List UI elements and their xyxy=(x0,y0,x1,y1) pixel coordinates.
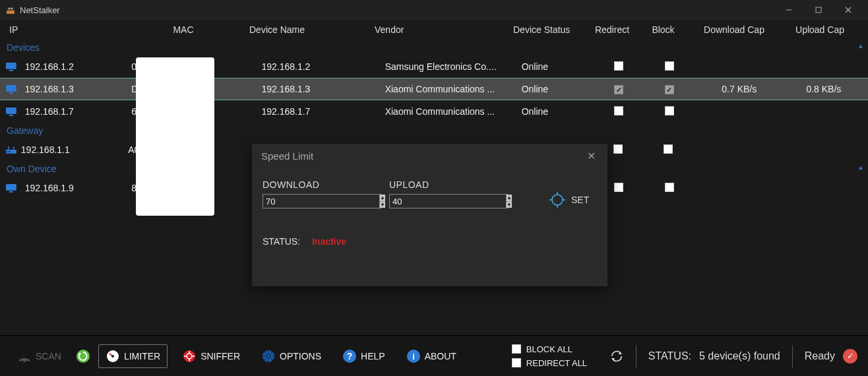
col-header-ip[interactable]: IP xyxy=(5,24,117,35)
spin-up-icon[interactable]: ▲ xyxy=(379,195,385,201)
svg-rect-8 xyxy=(6,63,16,69)
table-row[interactable]: 192.168.1.3 DC 192.168.1.3 Xiaomi Commun… xyxy=(0,78,868,100)
svg-point-18 xyxy=(9,151,11,152)
status-label: STATUS: xyxy=(648,350,691,362)
block-checkbox[interactable] xyxy=(665,183,674,192)
block-checkbox[interactable] xyxy=(665,106,674,115)
col-header-ucap[interactable]: Upload Cap xyxy=(780,24,859,35)
scan-button[interactable]: SCAN xyxy=(11,345,68,367)
router-icon xyxy=(5,145,17,154)
cell-ip: 192.168.1.9 xyxy=(21,183,132,193)
group-gateway[interactable]: Gateway xyxy=(0,123,868,139)
column-header-row: IP MAC Device Name Vendor Device Status … xyxy=(0,20,868,40)
app-icon xyxy=(5,5,16,15)
col-header-mac[interactable]: MAC xyxy=(117,24,249,35)
svg-rect-12 xyxy=(6,108,16,114)
set-label: SET xyxy=(571,195,589,205)
col-header-status[interactable]: Device Status xyxy=(513,24,586,35)
spin-down-icon[interactable]: ▼ xyxy=(379,201,385,208)
upload-field[interactable] xyxy=(390,195,506,208)
redirect-checkbox[interactable] xyxy=(614,85,623,94)
limiter-button[interactable]: LIMITER xyxy=(98,344,168,368)
svg-point-30 xyxy=(111,355,114,358)
cell-ucap: 0.8 KB/s xyxy=(785,84,863,94)
maximize-button[interactable] xyxy=(803,0,833,20)
col-header-vendor[interactable]: Vendor xyxy=(375,24,513,35)
table-row[interactable]: 192.168.1.7 64D 192.168.1.7 Xiaomi Commu… xyxy=(0,100,868,123)
options-button[interactable]: OPTIONS xyxy=(255,345,328,367)
download-label: DOWNLOAD xyxy=(263,179,381,190)
collapse-icon[interactable]: ▲ xyxy=(857,164,864,171)
block-all-label: BLOCK ALL xyxy=(526,344,573,354)
close-icon[interactable]: ✕ xyxy=(584,147,598,165)
occluder xyxy=(136,57,214,216)
cell-name: 192.168.1.3 xyxy=(261,84,385,94)
target-icon xyxy=(549,191,566,208)
download-input[interactable]: ▲ ▼ xyxy=(263,194,381,208)
col-header-block[interactable]: Block xyxy=(638,24,688,35)
redirect-checkbox[interactable] xyxy=(613,144,623,154)
redirect-checkbox[interactable] xyxy=(614,183,623,192)
monitor-icon xyxy=(5,62,17,71)
svg-rect-10 xyxy=(6,85,16,92)
cell-ip: 192.168.1.1 xyxy=(17,144,128,155)
block-checkbox[interactable] xyxy=(665,61,674,71)
group-devices-label: Devices xyxy=(7,42,40,53)
bottom-toolbar: SCAN LIMITER SNIFFER OPTIONS ? HELP i AB… xyxy=(0,335,868,376)
spin-up-icon[interactable]: ▲ xyxy=(506,195,512,201)
block-checkbox[interactable] xyxy=(664,144,673,154)
status-value: 5 device(s) found xyxy=(699,350,780,362)
refresh-button[interactable] xyxy=(76,349,90,363)
about-button[interactable]: i ABOUT xyxy=(400,345,463,367)
info-icon: i xyxy=(406,349,421,363)
block-all-checkbox[interactable] xyxy=(512,344,521,354)
svg-rect-13 xyxy=(9,115,13,116)
upload-input[interactable]: ▲ ▼ xyxy=(389,194,508,208)
status-value: Inactive xyxy=(312,236,346,247)
svg-point-26 xyxy=(23,360,26,362)
help-button[interactable]: ? HELP xyxy=(336,345,392,367)
col-header-dcap[interactable]: Download Cap xyxy=(688,24,780,35)
cell-name: 192.168.1.7 xyxy=(261,106,385,117)
cell-ip: 192.168.1.7 xyxy=(21,106,132,117)
collapse-icon[interactable]: ▲ xyxy=(857,42,864,49)
cell-ip: 192.168.1.3 xyxy=(21,84,132,94)
gear-icon xyxy=(261,349,276,363)
help-icon: ? xyxy=(342,349,357,363)
cell-vendor: Samsung Electronics Co.... xyxy=(385,61,522,72)
monitor-icon xyxy=(5,107,17,116)
crosshair-icon xyxy=(182,349,197,363)
set-button[interactable]: SET xyxy=(549,191,589,208)
sniffer-button[interactable]: SNIFFER xyxy=(175,345,247,367)
dialog-title: Speed Limit xyxy=(261,150,313,162)
group-own-label: Own Device xyxy=(7,164,56,174)
upload-label: UPLOAD xyxy=(389,179,508,190)
gauge-icon xyxy=(106,349,120,363)
spin-down-icon[interactable]: ▼ xyxy=(506,201,512,208)
block-checkbox[interactable] xyxy=(665,85,674,94)
svg-point-17 xyxy=(7,151,9,152)
redirect-checkbox[interactable] xyxy=(614,106,623,115)
table-row[interactable]: 192.168.1.2 08E 192.168.1.2 Samsung Elec… xyxy=(0,55,868,78)
radar-icon xyxy=(17,349,32,363)
monitor-icon xyxy=(5,183,17,193)
status-label: STATUS: xyxy=(263,236,300,247)
group-gateway-label: Gateway xyxy=(7,125,43,136)
redirect-all-checkbox[interactable] xyxy=(512,358,521,367)
ready-indicator-icon xyxy=(843,349,857,363)
col-header-name[interactable]: Device Name xyxy=(249,24,375,35)
monitor-icon xyxy=(5,84,17,94)
group-devices[interactable]: Devices ▲ xyxy=(0,40,868,55)
redirect-checkbox[interactable] xyxy=(614,61,623,71)
col-header-redirect[interactable]: Redirect xyxy=(586,24,638,35)
minimize-button[interactable] xyxy=(774,0,803,20)
svg-point-2 xyxy=(9,8,10,9)
title-bar: NetStalker xyxy=(0,0,868,20)
download-field[interactable] xyxy=(263,195,379,208)
sync-icon[interactable] xyxy=(609,349,624,363)
ready-label: Ready xyxy=(805,350,835,362)
svg-text:i: i xyxy=(412,352,415,361)
app-title: NetStalker xyxy=(20,5,60,15)
close-button[interactable] xyxy=(833,0,863,20)
svg-rect-20 xyxy=(9,191,13,193)
